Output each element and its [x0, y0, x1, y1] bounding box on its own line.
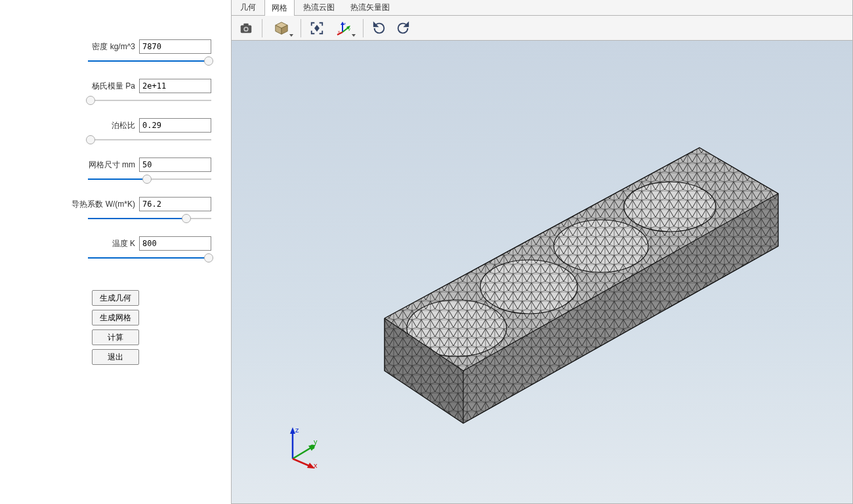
- chevron-down-icon: [289, 34, 293, 37]
- poisson-ratio-input[interactable]: [139, 118, 211, 133]
- toolbar-separator: [301, 19, 301, 37]
- rotate-cw-button[interactable]: [392, 18, 413, 39]
- density-slider[interactable]: [88, 55, 211, 67]
- svg-rect-1: [243, 23, 248, 26]
- rotate-cw-icon: [396, 21, 410, 35]
- svg-line-45: [293, 459, 311, 467]
- action-buttons: 生成几何 生成网格 计算 退出: [20, 290, 211, 365]
- thermal-conductivity-input[interactable]: [139, 197, 211, 211]
- axis-orient-icon: zyx: [336, 20, 352, 36]
- fit-view-button[interactable]: [306, 18, 327, 39]
- svg-text:z: z: [344, 22, 346, 26]
- tab-heat-contour[interactable]: 热流云图: [296, 0, 342, 15]
- generate-mesh-button[interactable]: 生成网格: [92, 310, 139, 326]
- compute-button[interactable]: 计算: [92, 329, 139, 345]
- cube-view-icon: [274, 21, 289, 35]
- param-label: 泊松比: [112, 120, 135, 131]
- temperature-slider[interactable]: [88, 252, 211, 264]
- rotate-ccw-icon: [372, 21, 386, 35]
- tab-heat-vector[interactable]: 热流矢量图: [343, 0, 397, 15]
- mesh-size-slider[interactable]: [88, 173, 211, 185]
- param-row-temperature: 温度 K: [20, 236, 211, 251]
- camera-snapshot-button[interactable]: [236, 18, 257, 39]
- temperature-input[interactable]: [139, 236, 211, 251]
- axis-label-z: z: [295, 426, 299, 434]
- axis-orientation-button[interactable]: zyx: [330, 18, 358, 39]
- toolbar-separator: [262, 19, 262, 37]
- mesh-size-input[interactable]: [139, 158, 211, 172]
- param-row-poisson: 泊松比: [20, 118, 211, 133]
- youngs-modulus-input[interactable]: [139, 79, 211, 93]
- view-cube-button[interactable]: [268, 18, 295, 39]
- viewer-pane: 几何 网格 热流云图 热流矢量图 zyx: [231, 0, 853, 504]
- fit-view-icon: [310, 21, 324, 35]
- param-label: 密度 kg/m^3: [92, 41, 135, 52]
- youngs-modulus-slider[interactable]: [88, 94, 211, 106]
- generate-geometry-button[interactable]: 生成几何: [92, 290, 139, 306]
- camera-icon: [239, 21, 253, 35]
- chevron-down-icon: [352, 34, 356, 37]
- param-row-youngs-modulus: 杨氏模量 Pa: [20, 79, 211, 93]
- param-row-thermal-conductivity: 导热系数 W/(m*K): [20, 197, 211, 211]
- parameter-sidebar: 密度 kg/m^3 杨氏模量 Pa 泊松比 网格尺寸 mm 导热系数 W/(m*…: [0, 0, 231, 504]
- orientation-triad: z y x: [281, 425, 327, 471]
- param-label: 导热系数 W/(m*K): [72, 199, 135, 210]
- thermal-conductivity-slider[interactable]: [88, 213, 211, 224]
- tab-mesh[interactable]: 网格: [264, 0, 295, 16]
- 3d-viewport[interactable]: z y x: [232, 41, 852, 503]
- mesh-model: [293, 108, 791, 436]
- exit-button[interactable]: 退出: [92, 349, 139, 365]
- param-label: 杨氏模量 Pa: [92, 81, 135, 92]
- toolbar-separator: [363, 19, 364, 37]
- param-row-density: 密度 kg/m^3: [20, 39, 211, 54]
- tab-geometry[interactable]: 几何: [233, 0, 263, 15]
- poisson-ratio-slider[interactable]: [88, 134, 211, 146]
- axis-label-y: y: [314, 438, 318, 446]
- viewer-toolbar: zyx: [232, 16, 852, 41]
- svg-point-3: [245, 28, 247, 30]
- svg-text:y: y: [348, 27, 350, 31]
- svg-line-42: [293, 447, 312, 459]
- svg-marker-7: [315, 26, 319, 30]
- axis-label-x: x: [314, 461, 318, 469]
- rotate-ccw-button[interactable]: [369, 18, 390, 39]
- density-input[interactable]: [139, 39, 211, 54]
- view-tabs: 几何 网格 热流云图 热流矢量图: [232, 0, 852, 16]
- param-label: 网格尺寸 mm: [89, 159, 135, 171]
- param-label: 温度 K: [112, 238, 135, 249]
- param-row-mesh-size: 网格尺寸 mm: [20, 158, 211, 172]
- svg-marker-41: [290, 427, 295, 434]
- svg-text:x: x: [338, 30, 340, 33]
